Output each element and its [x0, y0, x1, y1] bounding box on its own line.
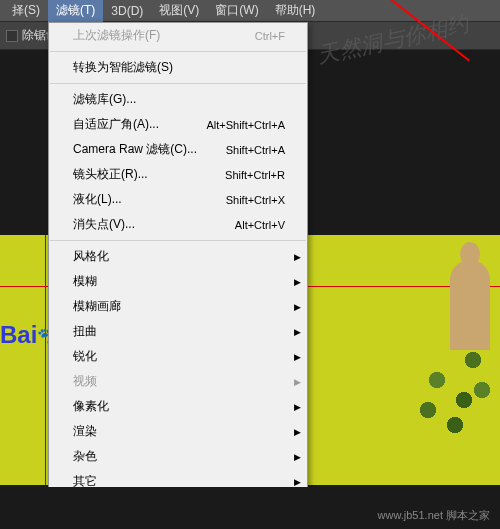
menu-item-label: Camera Raw 滤镜(C)...	[73, 141, 197, 158]
antialias-checkbox[interactable]	[6, 30, 18, 42]
chevron-right-icon: ▶	[294, 427, 301, 437]
menu-help[interactable]: 帮助(H)	[267, 0, 324, 22]
menu-select[interactable]: 择(S)	[4, 0, 48, 22]
menu-item[interactable]: Camera Raw 滤镜(C)...Shift+Ctrl+A	[49, 137, 307, 162]
menu-item[interactable]: 杂色▶	[49, 444, 307, 469]
menu-item[interactable]: 镜头校正(R)...Shift+Ctrl+R	[49, 162, 307, 187]
chevron-right-icon: ▶	[294, 452, 301, 462]
chevron-right-icon: ▶	[294, 402, 301, 412]
menu-item-label: 风格化	[73, 248, 109, 265]
menu-item[interactable]: 滤镜库(G)...	[49, 87, 307, 112]
menu-item-label: 渲染	[73, 423, 97, 440]
menu-item: 上次滤镜操作(F)Ctrl+F	[49, 23, 307, 48]
menu-item-label: 转换为智能滤镜(S)	[73, 59, 173, 76]
menu-filter[interactable]: 滤镜(T)	[48, 0, 103, 22]
illustration-woman	[430, 260, 500, 440]
menu-item[interactable]: 渲染▶	[49, 419, 307, 444]
menu-3d[interactable]: 3D(D)	[103, 1, 151, 21]
guide-vertical	[45, 235, 46, 485]
menu-item-label: 自适应广角(A)...	[73, 116, 159, 133]
menu-item[interactable]: 风格化▶	[49, 244, 307, 269]
menu-item: 视频▶	[49, 369, 307, 394]
menu-separator	[50, 83, 306, 84]
menu-item[interactable]: 消失点(V)...Alt+Ctrl+V	[49, 212, 307, 237]
chevron-right-icon: ▶	[294, 277, 301, 287]
chevron-right-icon: ▶	[294, 302, 301, 312]
chevron-right-icon: ▶	[294, 477, 301, 487]
menu-item[interactable]: 模糊▶	[49, 269, 307, 294]
menu-item-label: 锐化	[73, 348, 97, 365]
menu-item-label: 镜头校正(R)...	[73, 166, 148, 183]
menu-item-label: 视频	[73, 373, 97, 390]
chevron-right-icon: ▶	[294, 352, 301, 362]
menu-view[interactable]: 视图(V)	[151, 0, 207, 22]
menu-item-label: 杂色	[73, 448, 97, 465]
menu-item-label: 像素化	[73, 398, 109, 415]
menu-shortcut: Shift+Ctrl+R	[225, 169, 285, 181]
menu-shortcut: Alt+Ctrl+V	[235, 219, 285, 231]
filter-dropdown-menu: 上次滤镜操作(F)Ctrl+F转换为智能滤镜(S)滤镜库(G)...自适应广角(…	[48, 22, 308, 529]
menu-separator	[50, 240, 306, 241]
chevron-right-icon: ▶	[294, 377, 301, 387]
watermark-footer: www.jb51.net 脚本之家	[378, 508, 490, 523]
menu-item-label: 模糊	[73, 273, 97, 290]
menu-separator	[50, 51, 306, 52]
baidu-bai: Bai	[0, 321, 37, 348]
menu-item[interactable]: 像素化▶	[49, 394, 307, 419]
menu-item[interactable]: 液化(L)...Shift+Ctrl+X	[49, 187, 307, 212]
menu-shortcut: Ctrl+F	[255, 30, 285, 42]
chevron-right-icon: ▶	[294, 327, 301, 337]
menu-window[interactable]: 窗口(W)	[207, 0, 266, 22]
menu-item-label: 液化(L)...	[73, 191, 122, 208]
menu-item-label: 滤镜库(G)...	[73, 91, 136, 108]
menu-shortcut: Alt+Shift+Ctrl+A	[206, 119, 285, 131]
menu-item[interactable]: 扭曲▶	[49, 319, 307, 344]
menu-item-label: 扭曲	[73, 323, 97, 340]
menu-item[interactable]: 锐化▶	[49, 344, 307, 369]
menu-item[interactable]: 转换为智能滤镜(S)	[49, 55, 307, 80]
menu-item-label: 消失点(V)...	[73, 216, 135, 233]
menu-item[interactable]: 模糊画廊▶	[49, 294, 307, 319]
menu-item-label: 上次滤镜操作(F)	[73, 27, 160, 44]
menu-shortcut: Shift+Ctrl+X	[226, 194, 285, 206]
menu-shortcut: Shift+Ctrl+A	[226, 144, 285, 156]
menu-item-label: 模糊画廊	[73, 298, 121, 315]
menu-item[interactable]: 自适应广角(A)...Alt+Shift+Ctrl+A	[49, 112, 307, 137]
chevron-right-icon: ▶	[294, 252, 301, 262]
